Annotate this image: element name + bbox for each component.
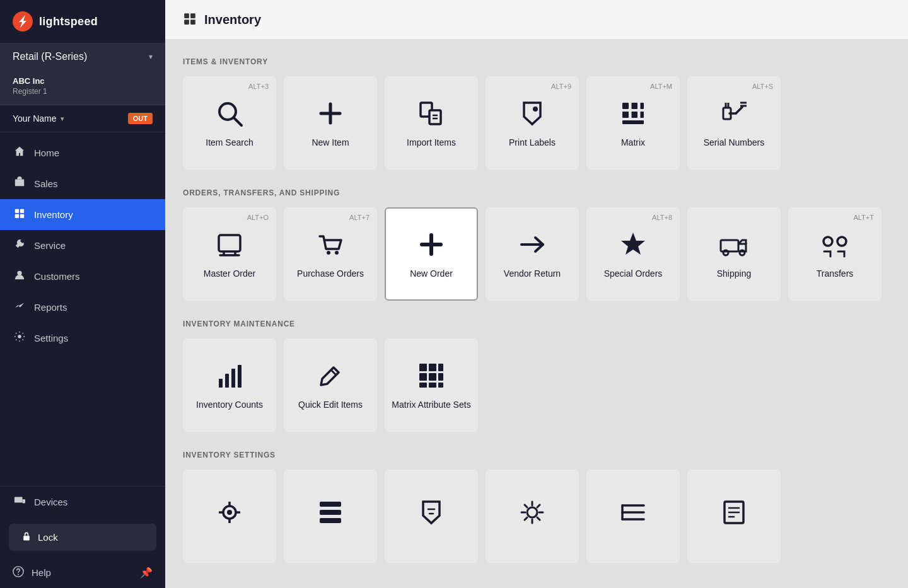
sidebar-item-service[interactable]: Service	[0, 230, 165, 261]
section-inventory-maintenance: INVENTORY MAINTENANCE Inventory Counts	[183, 320, 890, 432]
svg-rect-61	[438, 364, 443, 371]
purchase-orders-label: Purchase Orders	[297, 268, 364, 279]
tile-settings-1[interactable]	[183, 470, 276, 563]
matrix-icon	[617, 98, 649, 129]
import-items-label: Import Items	[407, 137, 456, 148]
quick-edit-items-label: Quick Edit Items	[298, 399, 363, 410]
tile-new-order[interactable]: New Order	[385, 207, 478, 301]
item-search-icon	[214, 98, 245, 129]
sidebar-item-inventory[interactable]: Inventory	[0, 199, 165, 230]
print-labels-label: Print Labels	[509, 137, 556, 148]
tile-settings-5[interactable]	[586, 470, 680, 563]
new-order-label: New Order	[410, 268, 453, 279]
customers-icon	[13, 269, 26, 284]
svg-rect-62	[419, 373, 427, 381]
tile-vendor-return[interactable]: Vendor Return	[486, 207, 579, 301]
matrix-attribute-sets-icon	[416, 360, 447, 391]
purchase-orders-shortcut: ALT+7	[349, 214, 370, 221]
tile-transfers[interactable]: ALT+T Transfers	[788, 207, 882, 301]
section-orders-title: ORDERS, TRANSFERS, AND SHIPPING	[183, 188, 890, 197]
tile-quick-edit-items[interactable]: Quick Edit Items	[284, 338, 377, 432]
sidebar-item-home[interactable]: Home	[0, 137, 165, 168]
svg-point-3	[20, 182, 21, 183]
tile-item-search[interactable]: ALT+3 Item Search	[183, 76, 276, 170]
maintenance-grid: Inventory Counts Quick Edit Items	[183, 338, 890, 432]
transfers-label: Transfers	[817, 268, 854, 279]
store-selector[interactable]: Retail (R-Series) ▾	[0, 43, 165, 70]
store-selector-label: Retail (R-Series)	[13, 51, 87, 62]
svg-rect-74	[320, 502, 341, 507]
settings-6-icon	[718, 497, 750, 528]
svg-rect-42	[219, 235, 240, 251]
new-item-icon	[315, 98, 346, 129]
svg-rect-18	[190, 20, 195, 25]
svg-rect-55	[225, 374, 229, 388]
master-order-icon	[214, 229, 245, 260]
print-labels-icon	[516, 98, 548, 129]
tile-matrix[interactable]: ALT+M M	[586, 76, 680, 170]
svg-point-43	[327, 251, 330, 255]
svg-rect-30	[640, 103, 644, 109]
svg-point-52	[824, 237, 832, 246]
sidebar-item-customers-label: Customers	[34, 271, 80, 282]
tile-matrix-attribute-sets[interactable]: Matrix Attribute Sets	[385, 338, 478, 432]
svg-point-2	[18, 182, 19, 183]
tile-serial-numbers[interactable]: ALT+S Serial Numbers	[687, 76, 781, 170]
svg-rect-17	[184, 20, 189, 25]
lock-button[interactable]: Lock	[9, 524, 156, 551]
svg-point-69	[227, 510, 232, 515]
settings-3-icon	[416, 497, 447, 528]
sidebar-item-sales[interactable]: Sales	[0, 168, 165, 199]
vendor-return-label: Vendor Return	[504, 268, 561, 279]
section-settings-title: INVENTORY SETTINGS	[183, 451, 890, 459]
sidebar-item-devices[interactable]: Devices	[0, 487, 165, 517]
svg-point-14	[18, 574, 19, 575]
home-icon	[13, 146, 26, 160]
help-label: Help	[32, 567, 51, 578]
sidebar-item-settings[interactable]: Settings	[0, 323, 165, 354]
tile-settings-3[interactable]	[385, 470, 478, 563]
serial-numbers-icon	[718, 98, 750, 129]
sidebar-item-reports[interactable]: Reports	[0, 292, 165, 323]
settings-grid	[183, 470, 890, 563]
svg-marker-48	[621, 233, 645, 255]
tile-master-order[interactable]: ALT+O Master Order	[183, 207, 276, 301]
special-orders-label: Special Orders	[604, 268, 663, 279]
matrix-shortcut: ALT+M	[650, 83, 672, 90]
svg-rect-33	[640, 112, 644, 118]
import-items-icon	[416, 98, 447, 129]
help-row[interactable]: Help 📌	[0, 557, 165, 588]
tile-shipping[interactable]: Shipping	[687, 207, 781, 301]
svg-rect-11	[23, 499, 26, 503]
tile-settings-4[interactable]	[486, 470, 579, 563]
user-row[interactable]: Your Name ▾ OUT	[0, 105, 165, 132]
svg-point-9	[18, 335, 21, 338]
brand-name: lightspeed	[39, 15, 98, 28]
quick-edit-icon	[315, 360, 346, 391]
devices-label: Devices	[34, 497, 67, 507]
tile-import-items[interactable]: Import Items	[385, 76, 478, 170]
svg-rect-10	[15, 497, 23, 503]
new-item-label: New Item	[311, 137, 349, 148]
tile-special-orders[interactable]: ALT+8 Special Orders	[586, 207, 680, 301]
special-orders-icon	[617, 229, 649, 260]
sidebar-item-customers[interactable]: Customers	[0, 261, 165, 292]
svg-rect-5	[20, 209, 24, 213]
inventory-counts-label: Inventory Counts	[196, 399, 263, 410]
settings-1-icon	[214, 497, 245, 528]
master-order-label: Master Order	[204, 268, 255, 279]
tile-inventory-counts[interactable]: Inventory Counts	[183, 338, 276, 432]
logo-area: lightspeed	[0, 0, 165, 43]
serial-numbers-shortcut: ALT+S	[752, 83, 773, 90]
tile-new-item[interactable]: New Item	[284, 76, 377, 170]
tile-settings-2[interactable]	[284, 470, 377, 563]
svg-point-51	[740, 250, 745, 255]
main-header: Inventory	[165, 0, 908, 40]
service-icon	[13, 238, 26, 253]
items-inventory-grid: ALT+3 Item Search New Item	[183, 76, 890, 170]
devices-icon	[13, 495, 26, 509]
transfers-icon	[819, 229, 851, 260]
tile-purchase-orders[interactable]: ALT+7 Purchase Orders	[284, 207, 377, 301]
tile-settings-6[interactable]	[687, 470, 781, 563]
tile-print-labels[interactable]: ALT+9 Print Labels	[486, 76, 579, 170]
